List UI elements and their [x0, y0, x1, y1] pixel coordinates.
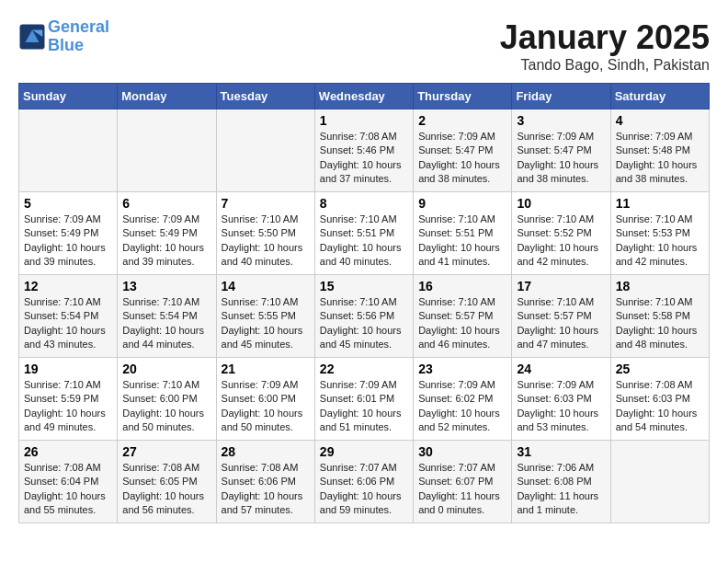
- day-number: 20: [122, 362, 210, 376]
- day-number: 3: [517, 113, 605, 128]
- day-cell: 11Sunrise: 7:10 AMSunset: 5:53 PMDayligh…: [610, 192, 709, 275]
- day-cell: 28Sunrise: 7:08 AMSunset: 6:06 PMDayligh…: [216, 441, 314, 523]
- day-number: 4: [616, 113, 704, 128]
- day-cell: 8Sunrise: 7:10 AMSunset: 5:51 PMDaylight…: [314, 192, 413, 275]
- weekday-header-tuesday: Tuesday: [216, 84, 314, 109]
- day-info: Sunrise: 7:08 AMSunset: 6:04 PMDaylight:…: [24, 461, 112, 518]
- day-cell: 9Sunrise: 7:10 AMSunset: 5:51 PMDaylight…: [414, 192, 512, 275]
- day-number: 7: [222, 196, 310, 211]
- day-number: 26: [24, 444, 112, 459]
- day-info: Sunrise: 7:10 AMSunset: 6:00 PMDaylight:…: [122, 378, 210, 435]
- month-title: January 2025: [500, 18, 710, 57]
- day-number: 17: [517, 279, 605, 293]
- day-cell: 24Sunrise: 7:09 AMSunset: 6:03 PMDayligh…: [512, 358, 610, 441]
- day-cell: 17Sunrise: 7:10 AMSunset: 5:57 PMDayligh…: [512, 275, 610, 358]
- day-info: Sunrise: 7:10 AMSunset: 5:57 PMDaylight:…: [418, 295, 506, 352]
- weekday-header-row: SundayMondayTuesdayWednesdayThursdayFrid…: [19, 84, 710, 109]
- day-number: 1: [320, 113, 408, 128]
- weekday-header-monday: Monday: [118, 84, 216, 109]
- day-cell: 27Sunrise: 7:08 AMSunset: 6:05 PMDayligh…: [118, 441, 216, 523]
- day-number: 5: [24, 196, 112, 211]
- week-row-3: 12Sunrise: 7:10 AMSunset: 5:54 PMDayligh…: [19, 275, 710, 358]
- day-info: Sunrise: 7:10 AMSunset: 5:52 PMDaylight:…: [517, 213, 605, 270]
- day-cell: [610, 441, 709, 523]
- page-header: GeneralBlue January 2025 Tando Bago, Sin…: [18, 18, 710, 74]
- day-cell: 25Sunrise: 7:08 AMSunset: 6:03 PMDayligh…: [610, 358, 709, 441]
- day-number: 10: [517, 196, 605, 211]
- day-cell: 31Sunrise: 7:06 AMSunset: 6:08 PMDayligh…: [512, 441, 610, 523]
- logo-icon: [18, 23, 46, 51]
- weekday-header-thursday: Thursday: [414, 84, 512, 109]
- day-cell: 6Sunrise: 7:09 AMSunset: 5:49 PMDaylight…: [118, 192, 216, 275]
- day-cell: 12Sunrise: 7:10 AMSunset: 5:54 PMDayligh…: [19, 275, 118, 358]
- day-info: Sunrise: 7:10 AMSunset: 5:51 PMDaylight:…: [418, 213, 506, 270]
- day-cell: 16Sunrise: 7:10 AMSunset: 5:57 PMDayligh…: [414, 275, 512, 358]
- day-cell: 13Sunrise: 7:10 AMSunset: 5:54 PMDayligh…: [118, 275, 216, 358]
- day-info: Sunrise: 7:09 AMSunset: 6:02 PMDaylight:…: [418, 378, 506, 435]
- day-cell: 2Sunrise: 7:09 AMSunset: 5:47 PMDaylight…: [414, 109, 512, 192]
- logo-text: GeneralBlue: [48, 18, 109, 55]
- day-number: 11: [616, 196, 704, 211]
- location: Tando Bago, Sindh, Pakistan: [500, 57, 710, 74]
- day-number: 31: [517, 444, 605, 459]
- day-cell: 7Sunrise: 7:10 AMSunset: 5:50 PMDaylight…: [216, 192, 314, 275]
- day-number: 16: [418, 279, 506, 293]
- day-number: 6: [122, 196, 210, 211]
- day-info: Sunrise: 7:08 AMSunset: 6:03 PMDaylight:…: [616, 378, 704, 435]
- day-info: Sunrise: 7:09 AMSunset: 6:00 PMDaylight:…: [222, 378, 310, 435]
- day-info: Sunrise: 7:09 AMSunset: 5:49 PMDaylight:…: [24, 213, 112, 270]
- day-info: Sunrise: 7:10 AMSunset: 5:54 PMDaylight:…: [122, 295, 210, 352]
- day-info: Sunrise: 7:09 AMSunset: 6:03 PMDaylight:…: [517, 378, 605, 435]
- day-cell: [118, 109, 216, 192]
- day-number: 2: [418, 113, 506, 128]
- day-cell: 29Sunrise: 7:07 AMSunset: 6:06 PMDayligh…: [314, 441, 413, 523]
- day-number: 18: [616, 279, 704, 293]
- day-number: 9: [418, 196, 506, 211]
- day-number: 19: [24, 362, 112, 376]
- day-cell: 4Sunrise: 7:09 AMSunset: 5:48 PMDaylight…: [610, 109, 709, 192]
- day-cell: 14Sunrise: 7:10 AMSunset: 5:55 PMDayligh…: [216, 275, 314, 358]
- day-cell: 20Sunrise: 7:10 AMSunset: 6:00 PMDayligh…: [118, 358, 216, 441]
- day-info: Sunrise: 7:08 AMSunset: 6:05 PMDaylight:…: [122, 461, 210, 518]
- day-info: Sunrise: 7:08 AMSunset: 5:46 PMDaylight:…: [320, 130, 408, 187]
- day-info: Sunrise: 7:09 AMSunset: 5:47 PMDaylight:…: [517, 130, 605, 187]
- day-cell: 10Sunrise: 7:10 AMSunset: 5:52 PMDayligh…: [512, 192, 610, 275]
- day-info: Sunrise: 7:09 AMSunset: 5:47 PMDaylight:…: [418, 130, 506, 187]
- day-number: 21: [222, 362, 310, 376]
- day-number: 25: [616, 362, 704, 376]
- day-cell: 21Sunrise: 7:09 AMSunset: 6:00 PMDayligh…: [216, 358, 314, 441]
- day-info: Sunrise: 7:09 AMSunset: 5:49 PMDaylight:…: [122, 213, 210, 270]
- day-info: Sunrise: 7:10 AMSunset: 5:55 PMDaylight:…: [222, 295, 310, 352]
- day-cell: 18Sunrise: 7:10 AMSunset: 5:58 PMDayligh…: [610, 275, 709, 358]
- weekday-header-saturday: Saturday: [610, 84, 709, 109]
- day-info: Sunrise: 7:10 AMSunset: 5:51 PMDaylight:…: [320, 213, 408, 270]
- day-info: Sunrise: 7:10 AMSunset: 5:57 PMDaylight:…: [517, 295, 605, 352]
- day-cell: 22Sunrise: 7:09 AMSunset: 6:01 PMDayligh…: [314, 358, 413, 441]
- day-number: 23: [418, 362, 506, 376]
- day-cell: 1Sunrise: 7:08 AMSunset: 5:46 PMDaylight…: [314, 109, 413, 192]
- day-info: Sunrise: 7:10 AMSunset: 5:58 PMDaylight:…: [616, 295, 704, 352]
- week-row-1: 1Sunrise: 7:08 AMSunset: 5:46 PMDaylight…: [19, 109, 710, 192]
- day-info: Sunrise: 7:10 AMSunset: 5:53 PMDaylight:…: [616, 213, 704, 270]
- day-number: 30: [418, 444, 506, 459]
- day-cell: [19, 109, 118, 192]
- day-cell: 15Sunrise: 7:10 AMSunset: 5:56 PMDayligh…: [314, 275, 413, 358]
- title-block: January 2025 Tando Bago, Sindh, Pakistan: [500, 18, 710, 74]
- day-cell: [216, 109, 314, 192]
- day-number: 24: [517, 362, 605, 376]
- calendar-table: SundayMondayTuesdayWednesdayThursdayFrid…: [18, 83, 710, 523]
- day-info: Sunrise: 7:10 AMSunset: 5:50 PMDaylight:…: [222, 213, 310, 270]
- day-cell: 23Sunrise: 7:09 AMSunset: 6:02 PMDayligh…: [414, 358, 512, 441]
- weekday-header-friday: Friday: [512, 84, 610, 109]
- logo: GeneralBlue: [18, 18, 109, 55]
- day-number: 14: [222, 279, 310, 293]
- day-info: Sunrise: 7:08 AMSunset: 6:06 PMDaylight:…: [222, 461, 310, 518]
- weekday-header-wednesday: Wednesday: [314, 84, 413, 109]
- day-cell: 26Sunrise: 7:08 AMSunset: 6:04 PMDayligh…: [19, 441, 118, 523]
- day-info: Sunrise: 7:07 AMSunset: 6:07 PMDaylight:…: [418, 461, 506, 518]
- day-number: 13: [122, 279, 210, 293]
- day-number: 22: [320, 362, 408, 376]
- day-number: 27: [122, 444, 210, 459]
- day-number: 29: [320, 444, 408, 459]
- day-info: Sunrise: 7:10 AMSunset: 5:56 PMDaylight:…: [320, 295, 408, 352]
